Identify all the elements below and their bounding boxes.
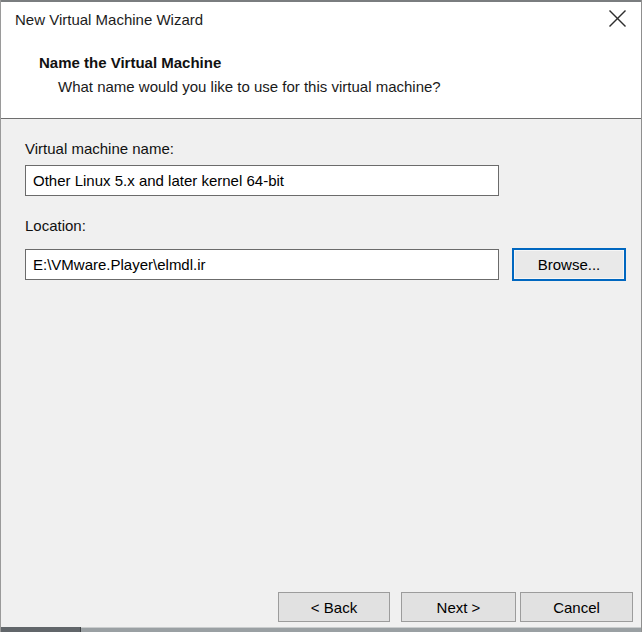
step-title: Name the Virtual Machine	[39, 54, 221, 71]
location-label: Location:	[25, 217, 86, 234]
location-input[interactable]	[25, 249, 499, 280]
new-vm-wizard-dialog: New Virtual Machine Wizard Name the Virt…	[0, 0, 642, 632]
close-button[interactable]	[599, 4, 635, 36]
background-window-edge	[1, 627, 641, 632]
titlebar[interactable]: New Virtual Machine Wizard	[1, 2, 641, 42]
back-button[interactable]: < Back	[278, 592, 390, 622]
vm-name-input[interactable]	[25, 165, 499, 196]
step-subtitle: What name would you like to use for this…	[58, 78, 441, 95]
wizard-header: New Virtual Machine Wizard Name the Virt…	[1, 2, 641, 119]
close-icon	[608, 9, 627, 31]
next-button[interactable]: Next >	[401, 592, 516, 622]
window-title: New Virtual Machine Wizard	[15, 11, 203, 28]
background-taskbar-sliver	[1, 627, 81, 632]
browse-button[interactable]: Browse...	[512, 248, 626, 281]
window-top-edge	[1, 0, 641, 2]
cancel-button[interactable]: Cancel	[520, 592, 633, 622]
vm-name-label: Virtual machine name:	[25, 140, 174, 157]
